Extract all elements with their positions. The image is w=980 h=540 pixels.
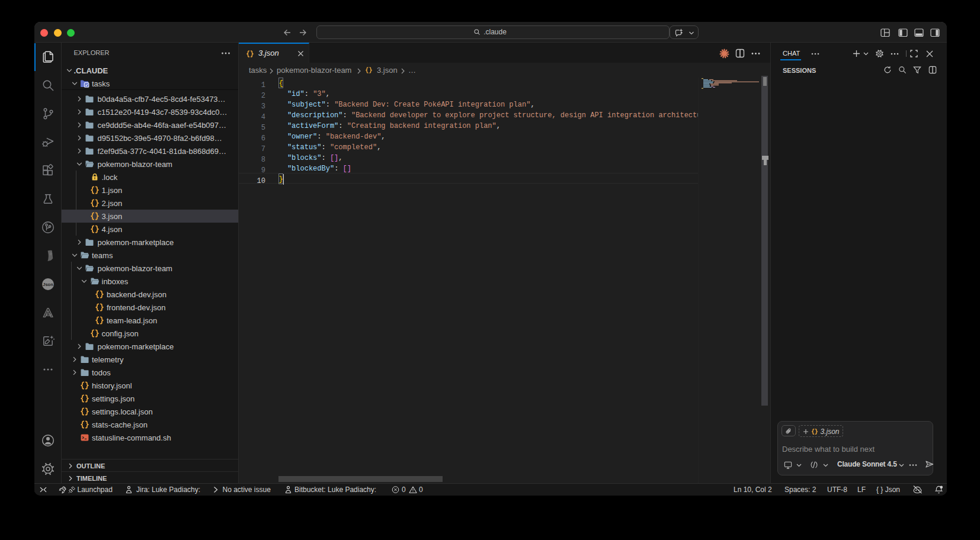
svg-text:Json: Json	[43, 282, 53, 287]
